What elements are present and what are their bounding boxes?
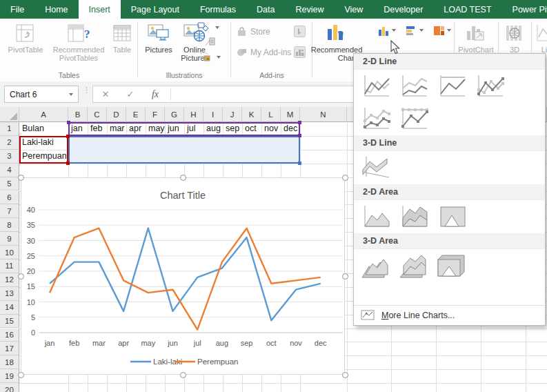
screenshot-button[interactable]: + xyxy=(200,52,221,62)
row-header-16[interactable]: 16 xyxy=(0,329,19,342)
cell[interactable]: Bulan xyxy=(19,122,68,136)
row-header-2[interactable]: 2 xyxy=(0,136,19,150)
chart-resize-handle[interactable] xyxy=(180,175,186,181)
line-100-chart-icon[interactable] xyxy=(435,73,467,99)
pivottable-button[interactable]: PivotTable xyxy=(4,21,47,54)
insert-function-icon[interactable]: fx xyxy=(143,89,168,100)
range-handle[interactable] xyxy=(66,135,70,138)
row-header-19[interactable]: 19 xyxy=(0,369,19,383)
shapes-button[interactable] xyxy=(197,22,219,33)
stacked-area-chart-icon[interactable] xyxy=(397,204,429,230)
stacked-line-markers-chart-icon[interactable] xyxy=(359,106,391,132)
tab-data[interactable]: Data xyxy=(246,0,285,19)
pictures-button[interactable]: Pictures xyxy=(142,21,175,54)
row-header-17[interactable]: 17 xyxy=(0,342,19,355)
tab-power-pivot[interactable]: Power Pivot xyxy=(502,0,547,19)
area-100-chart-icon[interactable] xyxy=(435,204,467,230)
row-header-6[interactable]: 6 xyxy=(0,191,19,205)
stacked-area-3d-chart-icon[interactable] xyxy=(397,253,429,279)
chart-resize-handle[interactable] xyxy=(342,175,348,181)
column-header-h[interactable]: H xyxy=(184,107,203,122)
row-header-10[interactable]: 10 xyxy=(0,246,19,259)
insert-bar-chart-button[interactable] xyxy=(404,23,430,38)
column-header-j[interactable]: J xyxy=(223,107,242,122)
row-header-11[interactable]: 11 xyxy=(0,259,19,273)
tab-file[interactable]: File xyxy=(0,0,34,19)
sparkline-line-button[interactable]: Li xyxy=(534,21,547,54)
line-3d-chart-icon[interactable] xyxy=(359,155,391,181)
bing-maps-button[interactable] xyxy=(294,26,306,37)
svg-text:Perempuan: Perempuan xyxy=(197,357,238,366)
tab-formulas[interactable]: Formulas xyxy=(190,0,246,19)
chart-resize-handle[interactable] xyxy=(180,372,186,378)
row-header-4[interactable]: 4 xyxy=(0,164,19,177)
smartart-button[interactable] xyxy=(204,37,215,47)
chart-resize-handle[interactable] xyxy=(342,372,348,378)
range-handle[interactable] xyxy=(67,121,70,124)
row-header-13[interactable]: 13 xyxy=(0,287,19,301)
line-100-markers-chart-icon[interactable] xyxy=(397,106,429,132)
chart-resize-handle[interactable] xyxy=(18,175,24,181)
select-all-corner[interactable] xyxy=(0,107,19,122)
column-header-k[interactable]: K xyxy=(242,107,261,122)
row-header-5[interactable]: 5 xyxy=(0,177,19,191)
chart-resize-handle[interactable] xyxy=(18,273,24,280)
row-header-14[interactable]: 14 xyxy=(0,301,19,315)
area-chart-icon[interactable] xyxy=(359,204,391,230)
column-header-b[interactable]: B xyxy=(68,107,88,122)
enter-icon[interactable]: ✓ xyxy=(118,89,143,99)
tab-insert[interactable]: Insert xyxy=(79,0,121,19)
line-chart-icon[interactable] xyxy=(359,73,391,99)
column-header-a[interactable]: A xyxy=(19,107,68,122)
tab-view[interactable]: View xyxy=(334,0,373,19)
row-header-9[interactable]: 9 xyxy=(0,232,19,246)
row-header-20[interactable]: 20 xyxy=(0,383,19,392)
chart-resize-handle[interactable] xyxy=(342,273,348,280)
column-header-l[interactable]: L xyxy=(261,107,281,122)
tab-developer[interactable]: Developer xyxy=(373,0,433,19)
tab-review[interactable]: Review xyxy=(285,0,334,19)
store-button[interactable]: Store xyxy=(237,27,270,37)
column-header-i[interactable]: I xyxy=(203,107,223,122)
column-header-d[interactable]: D xyxy=(107,107,126,122)
row-header-8[interactable]: 8 xyxy=(0,218,19,232)
area-3d-chart-icon[interactable] xyxy=(359,253,391,279)
row-header-3[interactable]: 3 xyxy=(0,150,19,164)
row-header-18[interactable]: 18 xyxy=(0,355,19,369)
range-handle[interactable] xyxy=(298,161,301,165)
stacked-line-chart-icon[interactable] xyxy=(397,73,429,99)
row-header-1[interactable]: 1 xyxy=(0,122,19,136)
line-markers-chart-icon[interactable] xyxy=(473,73,505,99)
column-header-m[interactable]: M xyxy=(281,107,300,122)
range-handle[interactable] xyxy=(66,161,70,165)
table-button[interactable]: Table xyxy=(109,21,135,54)
name-box-dropdown-icon[interactable] xyxy=(69,93,73,96)
column-header-c[interactable]: C xyxy=(88,107,107,122)
tab-load-test[interactable]: LOAD TEST xyxy=(433,0,501,19)
pivotchart-button[interactable]: PivotChart xyxy=(457,21,495,54)
recommended-pivottables-button[interactable]: ? Recommended PivotTables xyxy=(47,21,110,62)
area-100-3d-chart-icon[interactable] xyxy=(435,253,467,279)
people-graph-button[interactable] xyxy=(294,46,306,58)
range-handle[interactable] xyxy=(298,134,301,137)
column-header-e[interactable]: E xyxy=(126,107,146,122)
row-header-7[interactable]: 7 xyxy=(0,204,19,218)
row-header-15[interactable]: 15 xyxy=(0,315,19,329)
embedded-chart[interactable]: Chart Title0510152025303540janfebmaraprm… xyxy=(21,177,345,375)
column-header-f[interactable]: F xyxy=(146,107,165,122)
more-line-charts-item[interactable]: More Line Charts... xyxy=(354,305,545,325)
column-header-n[interactable]: N xyxy=(300,107,347,122)
my-addins-button[interactable]: My Add-ins xyxy=(237,48,301,57)
tab-page-layout[interactable]: Page Layout xyxy=(121,0,190,19)
insert-column-chart-button[interactable] xyxy=(377,23,403,38)
column-header-g[interactable]: G xyxy=(165,107,184,122)
tab-home[interactable]: Home xyxy=(34,0,78,19)
formula-bar-resize-handle[interactable]: ⋮ xyxy=(83,88,90,92)
range-handle[interactable] xyxy=(298,121,301,124)
chart-resize-handle[interactable] xyxy=(18,372,24,378)
cancel-icon[interactable]: ✕ xyxy=(93,89,118,99)
row-header-12[interactable]: 12 xyxy=(0,273,19,287)
recommended-charts-button[interactable]: ? Recommended Charts xyxy=(315,21,359,62)
map-3d-button[interactable]: 3D xyxy=(501,21,528,54)
name-box[interactable]: Chart 6 xyxy=(4,86,79,103)
